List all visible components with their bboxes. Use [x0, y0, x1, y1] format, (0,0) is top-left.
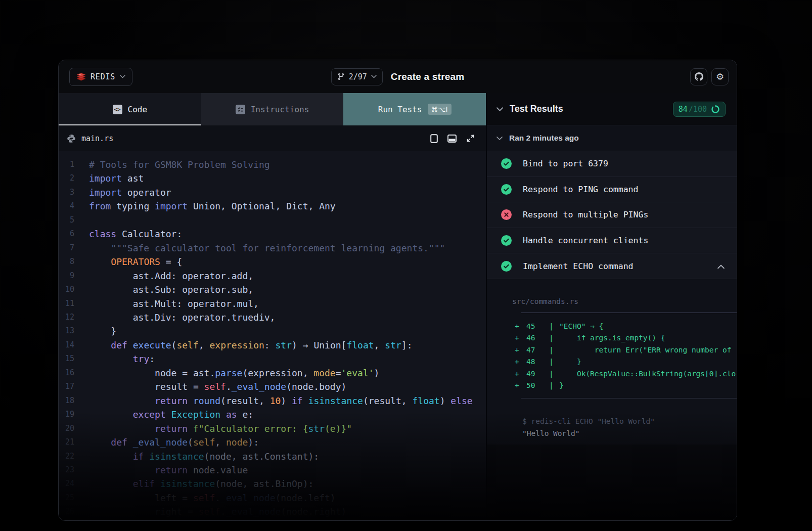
repo-dropdown[interactable]: REDIS [69, 68, 132, 86]
diff-gutter-bar: | [549, 368, 559, 380]
diff-gutter-bar: | [549, 356, 559, 368]
line-content: right = self._eval_node(node.right) [89, 505, 346, 518]
code-line: 12 ast.Div: operator.truediv, [59, 311, 486, 324]
line-content: result = self._eval_node(node.body) [89, 380, 346, 393]
line-number: 2 [59, 171, 74, 185]
line-content: import ast [89, 171, 144, 185]
line-number: 3 [59, 186, 74, 199]
python-file-icon [67, 134, 76, 143]
line-content: except Exception as e: [89, 408, 253, 421]
score-total: /100 [689, 105, 707, 114]
test-results-header[interactable]: Test Results 84/100 [487, 93, 737, 125]
line-content: ast.Sub: operator.sub, [89, 283, 253, 296]
line-number: 14 [59, 338, 74, 352]
tab-instructions[interactable]: Instructions [201, 93, 344, 125]
code-line: 25 left = self._eval_node(node.left) [59, 491, 486, 505]
diff-line-number: 47 [526, 344, 549, 357]
pass-check-icon [501, 184, 512, 195]
test-row[interactable]: Bind to port 6379 [487, 151, 737, 177]
tab-code[interactable]: <> Code [59, 93, 201, 125]
line-number: 26 [59, 505, 74, 518]
code-line: 15 try: [59, 352, 486, 366]
code-line: 11 ast.Mult: operator.mul, [59, 297, 486, 311]
line-number: 22 [59, 450, 74, 463]
line-number: 17 [59, 380, 74, 393]
code-line: 2import ast [59, 171, 486, 185]
settings-button[interactable]: ⚙ [711, 68, 729, 85]
code-line: 14 def execute(self, expression: str) → … [59, 338, 486, 352]
test-row[interactable]: Respond to PING command [487, 177, 737, 203]
diff-line-number: 49 [526, 368, 549, 380]
run-tests-label: Run Tests [378, 105, 422, 114]
code-line: 22 if isinstance(node, ast.Constant): [59, 450, 486, 463]
code-line: 8 OPERATORS = { [59, 255, 486, 269]
line-content: try: [89, 352, 155, 366]
code-line: 18 return round(result, 10) if isinstanc… [59, 394, 486, 408]
line-content: node = ast.parse(expression, mode='eval'… [89, 366, 379, 380]
run-tests-button[interactable]: Run Tests ⌘⌥I [343, 93, 486, 125]
line-content: import operator [89, 186, 171, 199]
redis-logo-icon [76, 73, 86, 81]
code-line: 3import operator [59, 186, 486, 199]
line-number: 21 [59, 435, 74, 449]
diff-block: +45|"ECHO" ⇒ {+46| if args.is_empty() {+… [487, 321, 737, 392]
code-editor[interactable]: 1# Tools for GSM8K Problem Solving2impor… [59, 151, 486, 520]
stage-label: 2/97 [349, 72, 367, 81]
code-line: 1# Tools for GSM8K Problem Solving [59, 158, 486, 171]
line-content: def _eval_node(self, node): [89, 435, 259, 449]
gear-icon: ⚙ [716, 72, 724, 81]
terminal-output: $ redis-cli ECHO "Hello World""Hello Wor… [522, 415, 737, 440]
line-content: OPERATORS = { [89, 255, 182, 269]
line-number: 5 [59, 213, 74, 227]
editor-header: main.rs [59, 125, 486, 151]
diff-sign: + [515, 344, 526, 357]
line-number: 7 [59, 241, 74, 255]
line-content: class Calculator: [89, 227, 182, 241]
test-row[interactable]: Respond to multiple PINGs [487, 202, 737, 228]
diff-code: return Err("ERR wrong number of [559, 344, 731, 357]
diff-line-number: 50 [526, 380, 549, 392]
diff-sign: + [515, 321, 526, 333]
line-content: left = self._eval_node(node.left) [89, 491, 336, 505]
split-panel-right-icon[interactable] [430, 134, 438, 143]
line-number: 6 [59, 227, 74, 241]
line-number: 10 [59, 283, 74, 296]
test-label: Respond to multiple PINGs [523, 210, 648, 219]
split-panel-bottom-icon[interactable] [447, 135, 457, 143]
test-row[interactable]: Handle concurrent clients [487, 228, 737, 254]
code-line: 21 def _eval_node(self, node): [59, 435, 486, 449]
code-line: 19 except Exception as e: [59, 408, 486, 421]
diff-code: } [559, 356, 581, 368]
diff-gutter-bar: | [549, 344, 559, 357]
test-list: Bind to port 6379Respond to PING command… [487, 151, 737, 279]
test-run-summary[interactable]: Ran 2 minutes ago [487, 125, 737, 151]
top-bar: REDIS 2/97 Create a stream [59, 60, 737, 93]
diff-line: +46| if args.is_empty() { [487, 332, 737, 344]
page-title: Create a stream [391, 71, 465, 82]
expand-icon[interactable] [466, 134, 475, 143]
diff-line: +47| return Err("ERR wrong number of [487, 344, 737, 357]
instructions-icon [236, 105, 245, 114]
filename: main.rs [81, 134, 113, 143]
line-number: 11 [59, 297, 74, 311]
chevron-up-icon[interactable] [717, 261, 725, 271]
stage-dropdown[interactable]: 2/97 [331, 68, 383, 85]
test-row[interactable]: Implement ECHO command [487, 253, 737, 279]
line-number: 24 [59, 477, 74, 491]
line-number: 19 [59, 408, 74, 421]
diff-sign: + [515, 368, 526, 380]
app-window: REDIS 2/97 Create a stream [58, 60, 737, 521]
main-split: <> Code Instructions Run Tests ⌘⌥I [59, 93, 737, 520]
code-line: 13 } [59, 324, 486, 338]
divider [521, 398, 737, 399]
code-line: 9 ast.Add: operator.add, [59, 269, 486, 283]
pass-check-icon [501, 261, 512, 272]
chevron-down-icon [371, 75, 377, 78]
line-content: """Safe calculator tool for reinforcemen… [89, 241, 445, 255]
diff-line: +49| Ok(RespValue::BulkString(args[0].cl… [487, 368, 737, 380]
github-button[interactable] [690, 68, 707, 85]
pass-check-icon [501, 158, 512, 169]
code-line: 10 ast.Sub: operator.sub, [59, 283, 486, 296]
code-line: 7 """Safe calculator tool for reinforcem… [59, 241, 486, 255]
tab-code-label: Code [128, 105, 148, 114]
